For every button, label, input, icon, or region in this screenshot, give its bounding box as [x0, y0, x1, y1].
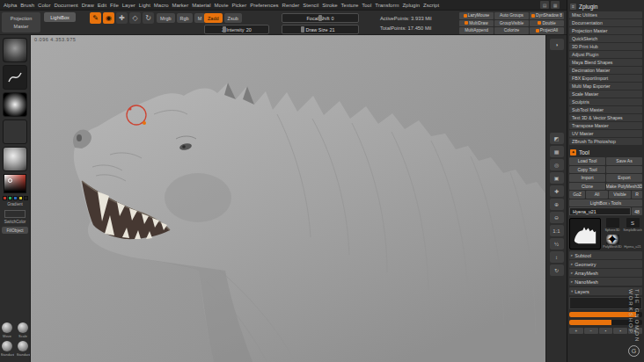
- menu-item[interactable]: Transform: [375, 3, 399, 8]
- tool-thumbnail[interactable]: S SimpleBrush: [623, 218, 642, 234]
- brush-thumbnail[interactable]: [3, 38, 27, 62]
- menu-item[interactable]: Render: [282, 3, 300, 8]
- focal-shift-slider[interactable]: Focal Shift 0: [282, 13, 359, 23]
- menu-item[interactable]: Stencil: [303, 3, 318, 8]
- paint-toggle[interactable]: Rgb: [177, 13, 193, 23]
- menu-item[interactable]: Tool: [362, 3, 371, 8]
- tool-button[interactable]: Make PolyMesh3D: [606, 183, 642, 191]
- zplugin-item[interactable]: FBX ExportImport: [569, 75, 642, 82]
- menu-item[interactable]: Texture: [341, 3, 359, 8]
- topshelf-button[interactable]: Colorize: [494, 27, 529, 34]
- grid-view-icon[interactable]: ▦: [551, 1, 560, 9]
- layers-subpalette-bar[interactable]: ▾ Layers: [569, 287, 642, 295]
- menu-item[interactable]: Zscript: [423, 3, 439, 8]
- zplugin-item[interactable]: 3D Print Hub: [569, 43, 642, 50]
- draw-mode-icon[interactable]: ◉: [103, 12, 114, 24]
- tool-button[interactable]: Load Tool: [569, 157, 605, 165]
- lightbox-tools-button[interactable]: LightBox › Tools: [569, 199, 642, 207]
- projection-master-button[interactable]: Projection Master: [2, 12, 40, 33]
- sculpt-toggle[interactable]: Zsub: [224, 13, 242, 23]
- layers-list[interactable]: [569, 297, 642, 309]
- quick-knob[interactable]: Standard: [17, 341, 30, 357]
- current-color-swatch[interactable]: [4, 210, 26, 218]
- menu-item[interactable]: Alpha: [4, 3, 17, 8]
- color-picker-cursor[interactable]: [8, 178, 12, 183]
- scale-mode-icon[interactable]: ◇: [129, 12, 141, 24]
- draw-size-slider[interactable]: Draw Size 21: [282, 25, 359, 34]
- tool-button[interactable]: Copy Tool: [569, 166, 605, 174]
- tool-subpalette-bar[interactable]: ▸ NanoMesh: [569, 278, 642, 286]
- bpr-icon[interactable]: ◑: [550, 39, 564, 50]
- swatch-black[interactable]: [24, 196, 28, 200]
- topshelf-button[interactable]: Auto Groups: [494, 12, 529, 19]
- quick-knob[interactable]: Scale: [17, 322, 30, 338]
- doc-layout-icon[interactable]: ▤: [540, 1, 549, 9]
- topshelf-button[interactable]: Double: [530, 20, 564, 27]
- zplugin-palette-header[interactable]: ≡ Zplugin: [569, 2, 642, 11]
- switchcolor-label[interactable]: SwitchColor: [4, 221, 26, 225]
- zplugin-item[interactable]: Text 3D & Vector Shapes: [569, 114, 642, 121]
- zoom-in-icon[interactable]: ⊕: [550, 199, 564, 210]
- layer-bake-button[interactable]: ▪: [613, 328, 627, 334]
- active-tool-preview[interactable]: [569, 218, 601, 250]
- menu-item[interactable]: Brush: [20, 3, 34, 8]
- move-doc-icon[interactable]: ✚: [550, 185, 564, 197]
- tool-button[interactable]: Visible: [609, 191, 631, 199]
- aa-half-icon[interactable]: ½: [550, 238, 564, 250]
- sculpt-viewport[interactable]: [31, 35, 545, 362]
- zoom-out-icon[interactable]: ⊖: [550, 212, 564, 223]
- tool-button[interactable]: Export: [606, 174, 642, 182]
- zplugin-item[interactable]: Misc Utilities: [569, 11, 642, 18]
- layer-duplicate-button[interactable]: ▪: [599, 328, 613, 334]
- zplugin-item[interactable]: Documentation: [569, 19, 642, 26]
- scroll-doc-icon[interactable]: ↕: [550, 251, 564, 263]
- tool-thumbnail[interactable]: Hyena_u21: [623, 235, 642, 250]
- slider-thumb[interactable]: [318, 15, 322, 21]
- z-intensity-slider[interactable]: Z Intensity 20: [204, 25, 269, 34]
- menu-item[interactable]: Macro: [154, 3, 169, 8]
- menu-item[interactable]: File: [110, 3, 119, 8]
- layer-delete-button[interactable]: −: [584, 328, 598, 334]
- menu-item[interactable]: Edit: [98, 3, 106, 8]
- texture-thumbnail[interactable]: [3, 119, 27, 144]
- tool-subpalette-bar[interactable]: ▸ Geometry: [569, 260, 642, 268]
- menu-item[interactable]: Material: [192, 3, 210, 8]
- layer-new-button[interactable]: +: [569, 328, 583, 334]
- tool-subpalette-bar[interactable]: ▸ ArrayMesh: [569, 269, 642, 277]
- swatch-blue[interactable]: [13, 196, 18, 200]
- zplugin-item[interactable]: Projection Master: [569, 27, 642, 34]
- stroke-thumbnail[interactable]: [3, 65, 27, 90]
- frame-icon[interactable]: ▣: [550, 172, 564, 184]
- persp-icon[interactable]: ◩: [550, 133, 564, 144]
- current-tool-name[interactable]: Hyena_u21: [569, 207, 631, 215]
- edit-mode-icon[interactable]: ✎: [90, 12, 101, 24]
- tool-button[interactable]: GoZ: [569, 191, 585, 199]
- local-icon[interactable]: ◎: [550, 159, 564, 170]
- zplugin-item[interactable]: Multi Map Exporter: [569, 83, 642, 90]
- tool-button[interactable]: Save As: [606, 157, 642, 165]
- menu-item[interactable]: Draw: [82, 3, 94, 8]
- tool-button[interactable]: Import: [569, 174, 605, 182]
- menu-item[interactable]: Document: [54, 3, 77, 8]
- color-picker[interactable]: [4, 174, 26, 193]
- paint-toggle[interactable]: Mrgb: [157, 13, 175, 23]
- zplugin-item[interactable]: ZBrush To Photoshop: [569, 138, 642, 145]
- menu-item[interactable]: Picker: [232, 3, 247, 8]
- tool-subpalette-bar[interactable]: ▸ Subtool: [569, 251, 642, 259]
- slider-thumb[interactable]: [223, 26, 226, 33]
- tool-button[interactable]: [606, 166, 642, 174]
- zplugin-item[interactable]: Transpose Master: [569, 122, 642, 129]
- zplugin-item[interactable]: Sculptris: [569, 98, 642, 105]
- menu-item[interactable]: Preferences: [250, 3, 278, 8]
- move-mode-icon[interactable]: ✚: [116, 12, 128, 24]
- menu-item[interactable]: Movie: [215, 3, 229, 8]
- slider-thumb[interactable]: [301, 26, 304, 33]
- tool-thumbnail[interactable]: ✦ PolyMesh3D: [603, 235, 622, 250]
- alpha-thumbnail[interactable]: [3, 92, 27, 117]
- zplugin-item[interactable]: Adjust Plugin: [569, 51, 642, 58]
- zplugin-item[interactable]: UV Master: [569, 130, 642, 137]
- zplugin-item[interactable]: Scale Master: [569, 90, 642, 98]
- rotate-mode-icon[interactable]: ↻: [143, 12, 154, 24]
- zplugin-item[interactable]: SubTool Master: [569, 106, 642, 113]
- rotate-doc-icon[interactable]: ↻: [550, 264, 564, 276]
